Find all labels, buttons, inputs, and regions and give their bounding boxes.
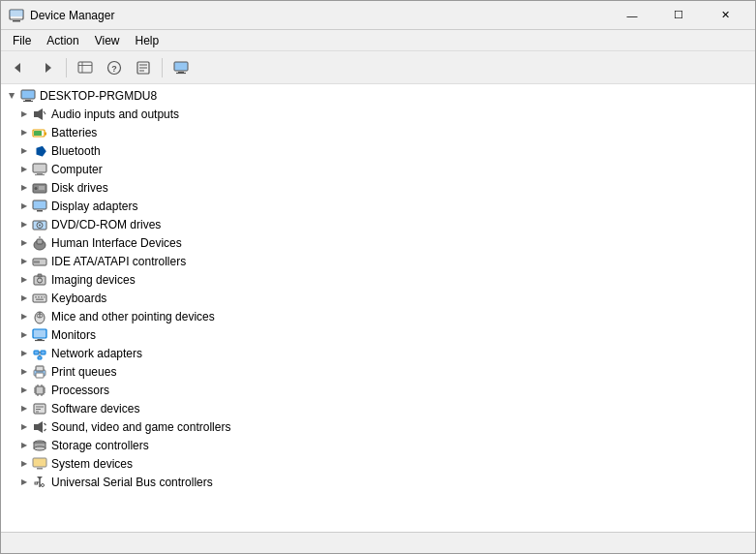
svg-rect-89 bbox=[34, 404, 45, 414]
item-chevron: ▶ bbox=[16, 235, 32, 251]
item-icon bbox=[32, 254, 47, 269]
svg-rect-71 bbox=[41, 351, 45, 354]
tree-item[interactable]: ▶System devices bbox=[1, 454, 755, 473]
window-title: Device Manager bbox=[30, 9, 610, 22]
item-icon bbox=[32, 199, 47, 214]
item-icon bbox=[32, 383, 47, 398]
status-bar bbox=[1, 532, 755, 553]
tree-item[interactable]: ▶Computer bbox=[1, 160, 755, 178]
svg-rect-2 bbox=[10, 10, 23, 16]
item-chevron: ▶ bbox=[16, 291, 32, 306]
tree-item[interactable]: ▶Keyboards bbox=[1, 289, 755, 307]
tree-item[interactable]: ▶Audio inputs and outputs bbox=[1, 105, 755, 123]
tree-item[interactable]: ▶IDE ATA/ATAPI controllers bbox=[1, 252, 755, 270]
item-chevron: ▶ bbox=[16, 162, 32, 177]
properties-button[interactable] bbox=[130, 55, 157, 80]
item-label: Network adapters bbox=[51, 347, 142, 360]
svg-rect-28 bbox=[34, 131, 42, 136]
tree-item[interactable]: ▶Human Interface Devices bbox=[1, 233, 755, 252]
svg-point-99 bbox=[34, 446, 45, 450]
svg-rect-102 bbox=[37, 468, 43, 470]
svg-rect-39 bbox=[33, 200, 46, 209]
item-chevron: ▶ bbox=[16, 419, 32, 435]
tree-item[interactable]: ▶Print queues bbox=[1, 362, 755, 381]
tree-item[interactable]: ▶Software devices bbox=[1, 399, 755, 417]
item-chevron: ▶ bbox=[16, 401, 32, 416]
tree-item[interactable]: ▶Imaging devices bbox=[1, 270, 755, 289]
menu-action[interactable]: Action bbox=[39, 30, 86, 50]
item-icon bbox=[32, 125, 47, 140]
item-chevron: ▶ bbox=[16, 327, 32, 343]
tree-item[interactable]: ▶Batteries bbox=[1, 123, 755, 141]
item-label: Bluetooth bbox=[51, 144, 101, 158]
window-icon bbox=[9, 8, 24, 23]
item-icon bbox=[32, 180, 47, 196]
svg-rect-30 bbox=[33, 164, 46, 172]
item-chevron: ▶ bbox=[16, 383, 32, 398]
item-label: Human Interface Devices bbox=[51, 236, 182, 250]
item-chevron: ▶ bbox=[16, 346, 32, 361]
item-icon: ⭓ bbox=[32, 143, 47, 159]
tree-item[interactable]: ▶⭓Bluetooth bbox=[1, 141, 755, 160]
menu-view[interactable]: View bbox=[87, 30, 128, 50]
item-label: Print queues bbox=[51, 365, 116, 379]
svg-rect-66 bbox=[33, 329, 46, 338]
item-label: Universal Serial Bus controllers bbox=[51, 476, 213, 489]
minimize-button[interactable]: — bbox=[610, 1, 654, 30]
tree-root[interactable]: ▶ DESKTOP-PRGMDU8 bbox=[1, 86, 755, 105]
maximize-button[interactable]: ☐ bbox=[656, 1, 701, 30]
root-icon bbox=[20, 88, 36, 104]
item-icon bbox=[32, 107, 47, 122]
item-chevron: ▶ bbox=[16, 217, 32, 232]
toolbar: ? bbox=[1, 51, 755, 84]
tree-item[interactable]: ▶Monitors bbox=[1, 325, 755, 344]
item-icon bbox=[32, 291, 47, 306]
tree-item[interactable]: ▶Sound, video and game controllers bbox=[1, 417, 755, 436]
svg-point-45 bbox=[39, 224, 41, 226]
item-label: Storage controllers bbox=[51, 439, 149, 452]
item-chevron: ▶ bbox=[16, 107, 32, 122]
svg-line-95 bbox=[45, 423, 46, 425]
tree-item[interactable]: ▶Storage controllers bbox=[1, 436, 755, 454]
item-chevron: ▶ bbox=[16, 254, 32, 269]
item-label: Keyboards bbox=[51, 292, 106, 305]
item-icon bbox=[32, 364, 47, 380]
item-chevron: ▶ bbox=[16, 199, 32, 214]
item-label: Batteries bbox=[51, 126, 97, 139]
tree-item[interactable]: ▶DVD/CD-ROM drives bbox=[1, 215, 755, 233]
item-label: Display adapters bbox=[51, 200, 137, 213]
tree-item[interactable]: ▶Mice and other pointing devices bbox=[1, 307, 755, 325]
svg-rect-57 bbox=[33, 294, 46, 302]
tree-view[interactable]: ▶ DESKTOP-PRGMDU8 ▶Audio inputs and outp… bbox=[1, 84, 755, 532]
svg-line-96 bbox=[45, 429, 46, 431]
svg-rect-18 bbox=[21, 90, 35, 99]
title-bar: Device Manager — ☐ ✕ bbox=[1, 1, 755, 30]
tree-item[interactable]: ▶Disk drives bbox=[1, 178, 755, 197]
item-icon bbox=[32, 419, 47, 435]
item-label: DVD/CD-ROM drives bbox=[51, 218, 161, 231]
computer-icon-button[interactable] bbox=[167, 55, 195, 80]
svg-rect-41 bbox=[37, 210, 43, 212]
menu-help[interactable]: Help bbox=[128, 30, 167, 50]
details-view-button[interactable] bbox=[72, 55, 99, 80]
svg-marker-3 bbox=[15, 63, 20, 73]
update-driver-button[interactable]: ? bbox=[101, 55, 128, 80]
item-label: System devices bbox=[51, 457, 133, 471]
back-button[interactable] bbox=[5, 55, 32, 80]
item-chevron: ▶ bbox=[16, 125, 32, 140]
tree-item[interactable]: ▶Network adapters bbox=[1, 344, 755, 362]
tree-item[interactable]: ▶Display adapters bbox=[1, 197, 755, 215]
svg-marker-104 bbox=[37, 477, 43, 479]
menu-file[interactable]: File bbox=[5, 30, 39, 50]
svg-rect-76 bbox=[36, 366, 44, 371]
svg-rect-58 bbox=[35, 296, 37, 298]
tree-item[interactable]: ▶Universal Serial Bus controllers bbox=[1, 473, 755, 491]
item-icon bbox=[32, 475, 47, 490]
item-label: Monitors bbox=[51, 328, 96, 342]
svg-rect-14 bbox=[174, 62, 188, 71]
tree-item[interactable]: ▶Processors bbox=[1, 381, 755, 399]
close-button[interactable]: ✕ bbox=[703, 1, 747, 30]
root-label: DESKTOP-PRGMDU8 bbox=[40, 89, 157, 103]
item-icon bbox=[32, 456, 47, 472]
forward-button[interactable] bbox=[34, 55, 61, 80]
